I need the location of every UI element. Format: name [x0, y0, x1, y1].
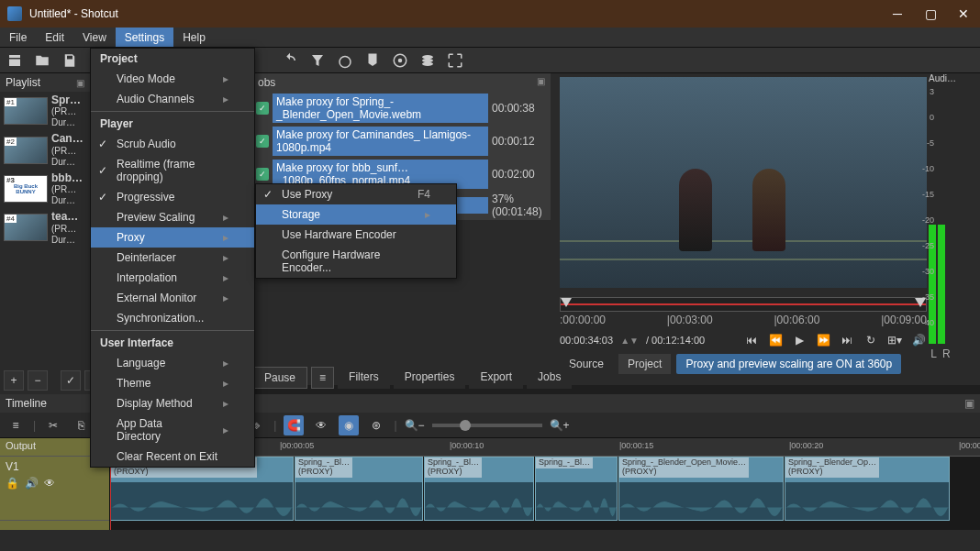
undock-icon[interactable]: ▣ [537, 76, 545, 89]
hide-icon[interactable]: 👁 [44, 477, 55, 490]
menu-item-realtime-frame-dropping-[interactable]: ✓Realtime (frame dropping) [91, 154, 254, 187]
copy-icon[interactable]: ⎘ [71, 415, 91, 435]
timeline-clip[interactable]: Spring_-_Bl…(PROXY) [424, 457, 534, 521]
pause-button[interactable]: Pause [252, 367, 307, 389]
play-icon[interactable]: ▶ [791, 332, 807, 348]
playlist-item[interactable]: #1Spr…(PR…Dur… [0, 92, 90, 130]
menu-item-preview-scaling[interactable]: Preview Scaling▸ [91, 207, 254, 227]
submenu-item-storage[interactable]: Storage▸ [256, 204, 456, 225]
menu-item-display-method[interactable]: Display Method▸ [91, 393, 254, 413]
cut-icon[interactable]: ✂ [43, 415, 63, 435]
undo-icon[interactable] [281, 51, 299, 70]
menu-icon[interactable]: ≡ [6, 415, 26, 435]
video-preview[interactable] [560, 77, 927, 288]
minimize-button[interactable]: ─ [888, 6, 907, 21]
stack-icon[interactable] [418, 51, 437, 70]
menu-item-clear-recent-on-exit[interactable]: Clear Recent on Exit [91, 446, 254, 467]
volume-icon[interactable]: 🔊 [910, 332, 927, 348]
menu-item-synchronization-[interactable]: Synchronization... [91, 308, 254, 328]
open-folder-icon[interactable] [33, 51, 51, 70]
job-row[interactable]: ✓Make proxy for Spring_-_Blender_Open_Mo… [252, 92, 551, 125]
menu-item-video-mode[interactable]: Video Mode▸ [91, 69, 254, 89]
menu-item-deinterlacer[interactable]: Deinterlacer▸ [91, 248, 254, 268]
fast-forward-icon[interactable]: ⏩ [815, 332, 831, 348]
jobs-tab[interactable]: Jobs [527, 367, 572, 389]
fullscreen-icon[interactable] [446, 51, 464, 70]
menu-item-language[interactable]: Language▸ [91, 353, 254, 373]
skip-end-icon[interactable]: ⏭ [839, 332, 855, 348]
menu-file[interactable]: File [0, 28, 36, 47]
meter-tick: -5 [927, 138, 934, 148]
timer-icon[interactable] [336, 51, 354, 70]
channel-l-label: L [930, 347, 937, 360]
submenu-item-configure-hardware-encoder-[interactable]: Configure Hardware Encoder... [256, 245, 456, 278]
proxy-submenu: ✓Use ProxyF4Storage▸Use Hardware Encoder… [255, 183, 457, 279]
rewind-icon[interactable]: ⏪ [767, 332, 784, 348]
close-button[interactable]: ✕ [954, 6, 973, 21]
timeline-title: Timeline [6, 397, 47, 410]
meter-tick: 3 [930, 87, 934, 96]
ripple-icon[interactable]: ◉ [339, 415, 359, 435]
undock-icon[interactable]: ▣ [964, 397, 974, 410]
timeline-clip[interactable]: Spring_-_Bl…(PROXY) [295, 457, 423, 521]
menu-button[interactable]: ≡ [311, 367, 334, 389]
menu-help[interactable]: Help [173, 28, 215, 47]
timeline-clip[interactable]: Spring_-_Bl… [535, 457, 618, 521]
disc-icon[interactable] [391, 51, 409, 70]
open-file-icon[interactable] [6, 51, 24, 70]
ruler-tick: |00:00:10 [450, 441, 484, 450]
snap-icon[interactable]: 🧲 [284, 415, 304, 435]
menu-edit[interactable]: Edit [36, 28, 73, 47]
loop-icon[interactable]: ↻ [863, 332, 879, 348]
save-icon[interactable] [61, 51, 79, 70]
project-tab[interactable]: Project [618, 354, 671, 374]
scrub-tick: :00:00:00 [560, 314, 606, 326]
menu-view[interactable]: View [73, 28, 116, 47]
position-time: 00:00:34:03 [560, 335, 613, 346]
submenu-item-use-hardware-encoder[interactable]: Use Hardware Encoder [256, 225, 456, 245]
lock-icon[interactable]: 🔒 [6, 477, 19, 490]
menu-item-interpolation[interactable]: Interpolation▸ [91, 268, 254, 288]
zoom-out-icon[interactable]: 🔍− [405, 415, 425, 435]
ruler-tick: |00:00:25 [959, 441, 980, 450]
job-row[interactable]: ✓Make proxy for Caminandes_ Llamigos-108… [252, 125, 551, 158]
marker-icon[interactable] [363, 51, 382, 70]
remove-button[interactable]: − [28, 370, 48, 391]
ripple-all-icon[interactable]: ⊛ [366, 415, 386, 435]
menu-item-audio-channels[interactable]: Audio Channels▸ [91, 89, 254, 109]
check-button[interactable]: ✓ [61, 370, 81, 391]
menu-settings[interactable]: Settings [116, 28, 173, 47]
zoom-in-icon[interactable]: 🔍+ [550, 415, 570, 435]
meter-tick: -35 [922, 292, 934, 302]
mute-icon[interactable]: 🔊 [25, 477, 39, 490]
meter-bar-right [938, 225, 945, 344]
menubar: File Edit View Settings Help [0, 28, 980, 48]
menu-item-external-monitor[interactable]: External Monitor▸ [91, 288, 254, 308]
menu-item-proxy[interactable]: Proxy▸ [91, 227, 254, 248]
skip-start-icon[interactable]: ⏮ [743, 332, 760, 348]
timeline-clip[interactable]: Spring_-_Blender_Open_Movie…(PROXY) [618, 457, 784, 521]
playlist-item[interactable]: #2Can…(PR…Dur… [0, 130, 90, 169]
filters-tab[interactable]: Filters [338, 367, 390, 389]
menu-item-progressive[interactable]: ✓Progressive [91, 187, 254, 207]
transport-controls: 00:00:34:03 ▲▼ / 00:12:14:00 ⏮ ⏪ ▶ ⏩ ⏭ ↻… [560, 332, 927, 348]
zoom-slider[interactable] [432, 424, 542, 427]
timeline-clip[interactable]: Spring_-_Blender_Op…(PROXY) [785, 457, 950, 521]
filter-icon[interactable] [308, 51, 327, 70]
submenu-item-use-proxy[interactable]: ✓Use ProxyF4 [256, 184, 456, 204]
grid-icon[interactable]: ⊞▾ [886, 332, 903, 348]
properties-tab[interactable]: Properties [394, 367, 466, 389]
scrub-bar[interactable]: :00:00:00 |00:03:00 |00:06:00 |00:09:00 [560, 297, 927, 328]
menu-item-scrub-audio[interactable]: ✓Scrub Audio [91, 134, 254, 154]
menu-item-theme[interactable]: Theme▸ [91, 373, 254, 393]
export-tab[interactable]: Export [469, 367, 523, 389]
undock-icon[interactable]: ▣ [76, 78, 84, 88]
scrub-icon[interactable]: 👁 [311, 415, 331, 435]
channel-r-label: R [942, 347, 951, 360]
svg-point-2 [398, 58, 403, 62]
playlist-item[interactable]: #3Big Buck BUNNYbbb…(PR…Dur… [0, 170, 90, 208]
maximize-button[interactable]: ▢ [921, 6, 940, 21]
add-button[interactable]: + [4, 370, 24, 391]
menu-item-app-data-directory[interactable]: App Data Directory▸ [91, 413, 254, 446]
playlist-item[interactable]: #4tea…(PR…Dur… [0, 208, 90, 247]
